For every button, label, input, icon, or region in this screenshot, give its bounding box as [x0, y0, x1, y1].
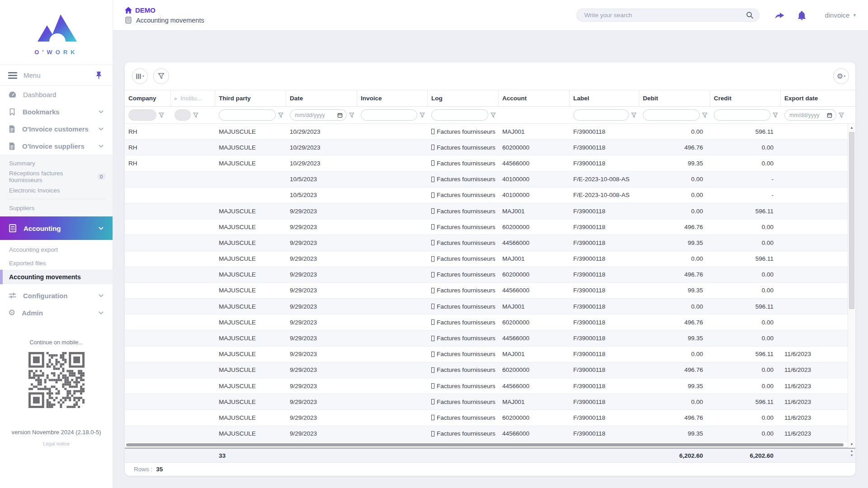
- cell-company: RH: [125, 155, 171, 171]
- scroll-up-button[interactable]: ▲: [848, 124, 855, 131]
- table-row[interactable]: RHMAJUSCULE10/29/2023Factures fournisseu…: [125, 124, 855, 140]
- table-row[interactable]: MAJUSCULE9/29/2023Factures fournisseursM…: [125, 299, 855, 314]
- column-header-label[interactable]: Label: [570, 90, 639, 106]
- table-row[interactable]: 10/5/2023Factures fournisseurs40100000F/…: [125, 172, 855, 188]
- cell-log: Factures fournisseurs: [428, 394, 499, 409]
- table-row[interactable]: MAJUSCULE9/29/2023Factures fournisseursM…: [125, 251, 855, 267]
- table-row[interactable]: MAJUSCULE9/29/2023Factures fournisseurs4…: [125, 378, 855, 394]
- cell-invoice: [357, 299, 428, 314]
- table-row[interactable]: RHMAJUSCULE10/29/2023Factures fournisseu…: [125, 155, 855, 171]
- calendar-icon[interactable]: [337, 113, 343, 118]
- sidebar-item-accounting[interactable]: Accounting: [0, 216, 113, 240]
- horizontal-scrollbar-thumb[interactable]: [126, 443, 844, 446]
- funnel-icon[interactable]: [159, 113, 164, 118]
- sidebar-item-summary[interactable]: Summary: [0, 156, 113, 170]
- filter-input[interactable]: [714, 109, 770, 121]
- user-menu[interactable]: dinvoice ▾: [825, 11, 856, 19]
- sidebar-item-exported-files[interactable]: Exported files: [0, 256, 113, 270]
- vertical-scrollbar[interactable]: ▲ ▼: [848, 124, 855, 448]
- table-row[interactable]: MAJUSCULE9/29/2023Factures fournisseurs4…: [125, 330, 855, 346]
- calendar-icon[interactable]: [827, 113, 832, 118]
- cell-invoice: [357, 188, 428, 203]
- column-header-account[interactable]: Account: [499, 90, 570, 106]
- funnel-icon[interactable]: [278, 113, 283, 118]
- sidebar-item-suppliers[interactable]: Suppliers: [0, 201, 113, 215]
- brand-logo[interactable]: O'WORK: [0, 0, 113, 65]
- cell-third-party: MAJUSCULE: [215, 251, 286, 267]
- filter-input[interactable]: [219, 109, 276, 121]
- scroll-up-button[interactable]: ▲: [849, 449, 855, 452]
- share-button[interactable]: [774, 10, 785, 20]
- mobile-hint: Continue on mobile...: [0, 339, 113, 346]
- filter-date-input[interactable]: mm/dd/yyyy: [290, 109, 347, 121]
- table-row[interactable]: MAJUSCULE9/29/2023Factures fournisseursM…: [125, 203, 855, 219]
- table-row[interactable]: MAJUSCULE9/29/2023Factures fournisseurs6…: [125, 362, 855, 378]
- sidebar-item-electronic-invoices[interactable]: Electronic Invoices: [0, 183, 113, 197]
- table-row[interactable]: MAJUSCULE9/29/2023Factures fournisseurs6…: [125, 410, 855, 426]
- filter-date-input[interactable]: mm/dd/yyyy: [784, 109, 836, 121]
- sidebar-menu-toggle[interactable]: Menu: [0, 65, 113, 86]
- table-row[interactable]: MAJUSCULE9/29/2023Factures fournisseursM…: [125, 347, 855, 362]
- funnel-icon[interactable]: [349, 113, 354, 118]
- column-header-date[interactable]: Date: [286, 90, 357, 106]
- funnel-icon[interactable]: [702, 113, 708, 118]
- filter-input[interactable]: [431, 109, 488, 121]
- notifications-button[interactable]: [797, 10, 807, 20]
- table-row[interactable]: RHMAJUSCULE10/29/2023Factures fournisseu…: [125, 140, 855, 155]
- pin-icon[interactable]: [95, 71, 103, 80]
- column-header-export-date[interactable]: Export date: [781, 90, 847, 106]
- funnel-icon[interactable]: [420, 113, 425, 118]
- cell-third-party: MAJUSCULE: [215, 330, 286, 346]
- scroll-down-button[interactable]: ▼: [849, 454, 855, 457]
- filter-input[interactable]: [643, 109, 700, 121]
- sidebar-item-receptions[interactable]: Réceptions factures fournisseurs 0: [0, 170, 113, 183]
- cell-export-date: 11/6/2023: [781, 378, 847, 394]
- grid-settings-button[interactable]: ⚙ ▾: [833, 68, 849, 84]
- sidebar-item-accounting-export[interactable]: Accounting export: [0, 243, 113, 256]
- sidebar-item-bookmarks[interactable]: Bookmarks: [0, 103, 113, 120]
- breadcrumb-home[interactable]: DEMO: [125, 6, 204, 14]
- table-row[interactable]: MAJUSCULE9/29/2023Factures fournisseurs6…: [125, 314, 855, 330]
- table-totals-row: 336,202.606,202.60▲▼: [125, 448, 855, 462]
- table-row[interactable]: MAJUSCULE9/29/2023Factures fournisseurs6…: [125, 267, 855, 283]
- scroll-down-button[interactable]: ▼: [848, 441, 855, 448]
- funnel-icon[interactable]: [631, 113, 637, 118]
- filter-button[interactable]: [153, 68, 169, 84]
- cell-credit: 596.11: [710, 251, 781, 267]
- legal-notice-link[interactable]: Legal notice: [0, 441, 113, 446]
- vertical-scrollbar-thumb[interactable]: [849, 132, 854, 309]
- funnel-icon[interactable]: [491, 113, 496, 118]
- column-header-third-party[interactable]: Third party: [215, 90, 286, 106]
- table-row[interactable]: MAJUSCULE9/29/2023Factures fournisseurs4…: [125, 283, 855, 299]
- filter-input[interactable]: [361, 109, 417, 121]
- table-row[interactable]: MAJUSCULE9/29/2023Factures fournisseurs6…: [125, 219, 855, 235]
- search-icon[interactable]: [746, 11, 754, 19]
- table-row[interactable]: MAJUSCULE9/29/2023Factures fournisseurs4…: [125, 235, 855, 251]
- column-resize-icon[interactable]: ▶: [175, 96, 178, 101]
- cell-credit: 0.00: [710, 283, 781, 298]
- sidebar-item-oinvoice-customers[interactable]: O'Invoice customers: [0, 120, 113, 137]
- column-header-institu[interactable]: ▶Institu...: [171, 90, 215, 106]
- column-header-log[interactable]: Log: [428, 90, 499, 106]
- horizontal-scrollbar[interactable]: [125, 442, 855, 448]
- sidebar-item-oinvoice-suppliers[interactable]: O'Invoice suppliers: [0, 137, 113, 155]
- column-chooser-button[interactable]: ▾: [132, 68, 148, 84]
- sidebar-item-accounting-movements[interactable]: Accounting movements: [0, 270, 113, 284]
- cell-credit: 0.00: [710, 219, 781, 235]
- table-row[interactable]: MAJUSCULE9/29/2023Factures fournisseurs4…: [125, 426, 855, 442]
- sidebar-item-admin[interactable]: ⚙ Admin: [0, 304, 113, 321]
- search-input[interactable]: [584, 12, 746, 19]
- table-row[interactable]: MAJUSCULE9/29/2023Factures fournisseursM…: [125, 394, 855, 410]
- column-header-invoice[interactable]: Invoice: [357, 90, 428, 106]
- column-header-credit[interactable]: Credit: [710, 90, 781, 106]
- sidebar-item-configuration[interactable]: Configuration: [0, 287, 113, 304]
- filter-input[interactable]: [573, 109, 629, 121]
- sidebar-item-dashboard[interactable]: Dashboard: [0, 86, 113, 103]
- funnel-icon[interactable]: [839, 113, 844, 118]
- column-header-company[interactable]: Company: [125, 90, 171, 106]
- column-header-debit[interactable]: Debit: [639, 90, 710, 106]
- funnel-icon[interactable]: [773, 113, 778, 118]
- funnel-icon[interactable]: [193, 113, 198, 118]
- table-row[interactable]: 10/5/2023Factures fournisseurs40100000F/…: [125, 188, 855, 203]
- filter-cell-0: [125, 109, 171, 121]
